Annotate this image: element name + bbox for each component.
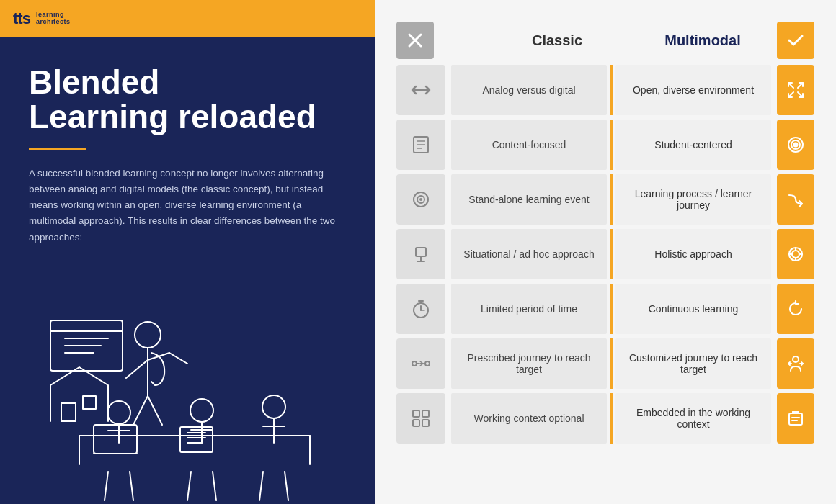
svg-line-32 <box>169 353 187 364</box>
left-panel: tts learning architects Blended Learning… <box>0 0 375 504</box>
row-multimodal-3: Learning process / learner journey <box>615 174 771 225</box>
svg-rect-52 <box>416 248 426 256</box>
svg-point-71 <box>793 356 799 362</box>
svg-rect-77 <box>422 420 429 426</box>
row-badge-2 <box>777 120 814 170</box>
svg-line-41 <box>798 92 803 97</box>
svg-point-24 <box>262 395 285 418</box>
row-classic-5: Limited period of time <box>451 284 607 334</box>
row-divider-2 <box>610 120 613 170</box>
row-multimodal-6: Customized journey to reach target <box>615 338 771 389</box>
table-row: Situational / ad hoc approach Holistic a… <box>396 229 814 279</box>
svg-line-2 <box>126 360 148 378</box>
row-classic-1: Analog versus digital <box>451 65 607 115</box>
svg-rect-20 <box>180 427 213 452</box>
row-badge-5 <box>777 284 814 334</box>
table-row: Working context optional Embedded in the… <box>396 393 814 444</box>
svg-point-14 <box>107 401 130 424</box>
row-classic-2: Content-focused <box>451 120 607 170</box>
left-content: Blended Learning reloaded A successful b… <box>0 37 375 260</box>
svg-point-0 <box>135 322 161 348</box>
table-row: Analog versus digital Open, diverse envi… <box>396 65 814 115</box>
svg-line-31 <box>285 472 288 500</box>
row-classic-4: Situational / ad hoc approach <box>451 229 607 279</box>
multimodal-header-badge <box>777 22 814 59</box>
svg-point-68 <box>425 361 430 366</box>
logo-tts: tts <box>13 9 30 28</box>
row-classic-7: Working context optional <box>451 393 607 444</box>
multimodal-header-label: Multimodal <box>634 32 771 49</box>
row-badge-3 <box>777 174 814 225</box>
svg-rect-75 <box>422 410 429 417</box>
title-divider <box>29 148 86 150</box>
svg-point-56 <box>792 251 799 258</box>
svg-rect-16 <box>94 425 137 454</box>
svg-point-51 <box>419 198 422 201</box>
svg-line-27 <box>130 472 133 500</box>
row-icon-2 <box>396 120 445 170</box>
svg-rect-33 <box>61 403 76 421</box>
row-divider-3 <box>610 174 613 225</box>
svg-line-30 <box>259 472 263 500</box>
row-multimodal-1: Open, diverse environment <box>615 65 771 115</box>
svg-line-28 <box>187 472 191 500</box>
illustration <box>0 274 375 504</box>
row-classic-6: Prescribed journey to reach target <box>451 338 607 389</box>
classic-header-label: Classic <box>489 32 626 49</box>
svg-point-18 <box>190 399 213 422</box>
row-badge-7 <box>777 393 814 444</box>
svg-line-38 <box>788 83 793 88</box>
description: A successful blended learning concept no… <box>29 166 346 246</box>
svg-point-48 <box>794 143 798 147</box>
svg-line-5 <box>148 396 162 425</box>
row-icon-4 <box>396 229 445 279</box>
row-badge-4 <box>777 229 814 279</box>
row-icon-1 <box>396 65 445 115</box>
right-panel: Classic Multimodal Analog versus digital <box>375 0 836 504</box>
row-icon-5 <box>396 284 445 334</box>
row-divider-7 <box>610 393 613 444</box>
svg-rect-34 <box>83 396 96 409</box>
row-multimodal-7: Embedded in the working context <box>615 393 771 444</box>
row-divider-6 <box>610 338 613 389</box>
classic-header-badge <box>396 22 434 59</box>
row-divider-5 <box>610 284 613 334</box>
row-badge-6 <box>777 338 814 389</box>
table-row: Stand-alone learning event Learning proc… <box>396 174 814 225</box>
table-header: Classic Multimodal <box>396 22 814 59</box>
logo-bar: tts learning architects <box>0 0 375 37</box>
svg-rect-76 <box>413 420 419 426</box>
row-icon-7 <box>396 393 445 444</box>
row-multimodal-4: Holistic approach <box>615 229 771 279</box>
row-icon-6 <box>396 338 445 389</box>
logo-line2: architects <box>36 19 71 26</box>
svg-rect-78 <box>789 413 802 425</box>
row-badge-1 <box>777 65 814 115</box>
row-classic-3: Stand-alone learning event <box>451 174 607 225</box>
table-row: Limited period of time Continuous learni… <box>396 284 814 334</box>
svg-line-40 <box>788 92 793 97</box>
table-row: Content-focused Student-centered <box>396 120 814 170</box>
logo-subtitle: learning architects <box>36 12 71 26</box>
row-divider-1 <box>610 65 613 115</box>
svg-line-39 <box>798 83 803 88</box>
svg-rect-74 <box>413 410 419 417</box>
main-title: Blended Learning reloaded <box>29 65 346 135</box>
row-multimodal-5: Continuous learning <box>615 284 771 334</box>
svg-line-26 <box>104 472 108 500</box>
row-icon-3 <box>396 174 445 225</box>
row-multimodal-2: Student-centered <box>615 120 771 170</box>
table-row: Prescribed journey to reach target Custo… <box>396 338 814 389</box>
svg-line-4 <box>133 396 148 425</box>
svg-line-29 <box>213 472 216 500</box>
comparison-table: Classic Multimodal Analog versus digital <box>396 22 814 444</box>
row-divider-4 <box>610 229 613 279</box>
